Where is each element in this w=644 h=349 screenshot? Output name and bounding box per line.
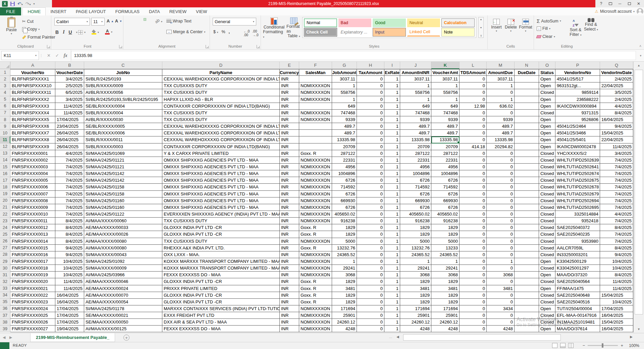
cell-G6[interactable]: 649 [332, 103, 357, 110]
column-header-K[interactable]: K [431, 62, 460, 69]
cell-H30[interactable]: 0 [357, 265, 384, 272]
cell-N34[interactable] [515, 292, 539, 299]
cell-D11[interactable]: CEXXXAL WAREHOXXXXG CORPORXXXON OF INDIA… [162, 136, 280, 143]
cell-C3[interactable]: SI/BLR/XXXX/0009 [84, 82, 162, 89]
cell-H28[interactable]: 0 [357, 251, 384, 258]
cell-P19[interactable]: WHLTUTIAD2502679 [555, 191, 600, 197]
cell-O33[interactable]: Open [539, 285, 555, 292]
cell-Q23[interactable]: 7/4/2025 [600, 218, 633, 224]
cell-I15[interactable]: 1 [384, 164, 400, 170]
cell-G33[interactable]: 3481 [332, 285, 357, 292]
cell-A25[interactable]: FNRSPXXXX0013 [10, 231, 55, 238]
cell-M3[interactable]: 1 [487, 82, 515, 89]
cell-G36[interactable]: 171694 [332, 305, 357, 312]
cell-I5[interactable]: 1 [384, 96, 400, 103]
cell-C18[interactable]: SI/MAA/2425/01158 [84, 184, 162, 190]
cell-O19[interactable]: Closed [539, 191, 555, 197]
cell-O10[interactable]: Open [539, 130, 555, 136]
cell-I2[interactable]: 1 [384, 76, 400, 82]
cell-F1[interactable]: SalesMan [299, 69, 332, 76]
cell-O18[interactable]: Closed [539, 184, 555, 190]
cell-J25[interactable]: 1829 [400, 231, 431, 238]
cell-D23[interactable]: TXX CUSXXXS DUTY [162, 218, 280, 224]
cell-D24[interactable]: GLOXXX INDIA PVT LTD -CR [162, 224, 280, 231]
cell-L12[interactable]: 414.18 [460, 143, 487, 150]
cell-J26[interactable]: 5000 [400, 238, 431, 245]
cell-I4[interactable]: 1 [384, 89, 400, 96]
cell-O24[interactable]: Closed [539, 224, 555, 231]
column-header-Q[interactable]: Q [600, 62, 633, 69]
confirm-entry-icon[interactable]: ✓ [55, 53, 59, 58]
cell-I27[interactable]: 1 [384, 245, 400, 251]
cell-F10[interactable] [299, 130, 332, 136]
row-header-15[interactable]: 15 [0, 164, 10, 170]
cell-I17[interactable]: 1 [384, 177, 400, 184]
font-family-select[interactable]: Calibri▾ [54, 18, 90, 25]
cell-D17[interactable]: OMXXX SHIPXXXG AGENCIES PVT LTD - MAA [162, 177, 280, 184]
cell-N4[interactable] [515, 89, 539, 96]
cell-N21[interactable] [515, 204, 539, 211]
cell-O9[interactable]: Open [539, 123, 555, 130]
cell-I1[interactable]: ExRate [384, 69, 400, 76]
cell-O25[interactable]: Closed [539, 231, 555, 238]
cell-L36[interactable]: 0 [460, 305, 487, 312]
cell-C12[interactable]: SI/BLR/XXXX/0003 [84, 143, 162, 150]
cell-K6[interactable]: 649 [431, 103, 460, 110]
conditional-formatting-button[interactable]: Conditional Formatting ▾ [263, 17, 285, 39]
cell-Q35[interactable]: 10/4/2025 [600, 299, 633, 305]
cell-H19[interactable]: 0 [357, 191, 384, 197]
cell-G9[interactable]: 489.7 [332, 123, 357, 130]
row-header-13[interactable]: 13 [0, 150, 10, 157]
cell-C28[interactable]: SI/MAA/XXXX/00043 [84, 251, 162, 258]
cell-M33[interactable]: 3481 [487, 285, 515, 292]
cell-H3[interactable]: 0 [357, 82, 384, 89]
cell-Q15[interactable]: 7/4/2025 [600, 164, 633, 170]
underline-button[interactable]: U [69, 30, 72, 35]
cell-O39[interactable]: Open [539, 326, 555, 332]
cell-C37[interactable]: SE/MAA/XXXX/00021 [84, 312, 162, 319]
cell-I34[interactable]: 1 [384, 292, 400, 299]
cell-H7[interactable]: 0 [357, 110, 384, 116]
cell-J14[interactable]: 22331 [400, 157, 431, 164]
cell-M28[interactable]: 0 [487, 251, 515, 258]
cell-C25[interactable]: AE/MAA/XXXX/00026 [84, 231, 162, 238]
cell-L14[interactable]: 0 [460, 157, 487, 164]
cell-F35[interactable]: Goxx. R [299, 299, 332, 305]
cell-E39[interactable]: INR [280, 326, 299, 332]
cell-L23[interactable]: 0 [460, 218, 487, 224]
cell-B5[interactable]: 3/4/2025 [55, 96, 84, 103]
cell-A24[interactable]: FNRSPXXXX0012 [10, 224, 55, 231]
middle-align-button[interactable] [135, 18, 138, 21]
cell-P1[interactable]: VendorInvNo [555, 69, 600, 76]
cell-L8[interactable]: 0 [460, 116, 487, 123]
cell-Q14[interactable]: 7/4/2025 [600, 157, 633, 164]
save-icon[interactable] [10, 2, 15, 6]
increase-decimal-button[interactable]: ←.0.00 [244, 30, 250, 37]
cell-H17[interactable]: 0 [357, 177, 384, 184]
cell-E4[interactable]: INR [280, 89, 299, 96]
cell-Q25[interactable]: 7/4/2025 [600, 231, 633, 238]
cell-M10[interactable]: 489.7 [487, 130, 515, 136]
cut-button[interactable]: ✂Cut [22, 19, 34, 24]
cell-style-good[interactable]: Good [373, 18, 406, 27]
cell-Q30[interactable]: 10/4/2025 [600, 265, 633, 272]
cell-A29[interactable]: FNRSPXXXX0017 [10, 258, 55, 265]
cell-M31[interactable]: 3068 [487, 272, 515, 278]
cell-Q32[interactable]: 11/4/2025 [600, 278, 633, 285]
scroll-right-icon[interactable]: ▶ [630, 335, 633, 339]
row-header-20[interactable]: 20 [0, 197, 10, 204]
cell-D12[interactable]: CONTAXXXR CORPORXXXXN OF INDIA LTD(BANG) [162, 143, 280, 150]
cell-F37[interactable]: NOMIXXXXON [299, 312, 332, 319]
cell-F21[interactable]: NOMIXXXXON [299, 204, 332, 211]
cell-P23[interactable]: 9352418 [555, 218, 600, 224]
cell-F7[interactable]: NOMIXXXXON [299, 110, 332, 116]
cell-D26[interactable]: TXX CUSXXXS DUTY [162, 238, 280, 245]
decrease-decimal-button[interactable]: .00→.0 [252, 30, 258, 37]
row-header-17[interactable]: 17 [0, 177, 10, 184]
row-header-18[interactable]: 18 [0, 184, 10, 190]
cell-E22[interactable]: INR [280, 211, 299, 218]
cell-G31[interactable]: 3068 [332, 272, 357, 278]
cell-E35[interactable]: INR [280, 299, 299, 305]
cell-F13[interactable]: Goxx. R [299, 150, 332, 157]
cell-G26[interactable]: 5000 [332, 238, 357, 245]
